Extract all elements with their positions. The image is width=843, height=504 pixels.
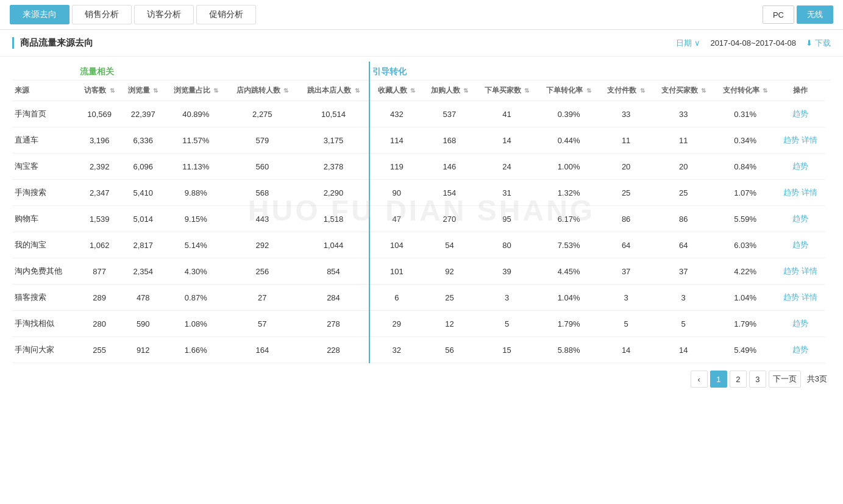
cell-operations: 趋势 <box>777 311 825 337</box>
op-link-趋势[interactable]: 趋势 <box>783 293 799 302</box>
page-1-button[interactable]: 1 <box>710 371 727 388</box>
cell-favorites: 119 <box>369 154 423 180</box>
cell-view-ratio: 1.66% <box>165 337 227 363</box>
sort-icon: ⇅ <box>410 87 415 94</box>
th-pay-buyers[interactable]: 支付买家数 ⇅ <box>652 80 714 101</box>
table-container: HUO FU DIAN SHANG 流量相关 引导转化 来源 访客数 ⇅ 浏览量… <box>0 57 843 363</box>
op-link-趋势[interactable]: 趋势 <box>792 345 808 354</box>
cell-add-cart: 270 <box>423 206 476 232</box>
page-header: 商品流量来源去向 日期 ∨ 2017-04-08~2017-04-08 ⬇ 下载 <box>0 30 843 57</box>
cell-operations: 趋势 详情 <box>777 127 825 154</box>
cell-views: 5,014 <box>121 206 165 232</box>
cell-pay-buyers: 11 <box>652 127 714 154</box>
table-row: 我的淘宝1,0622,8175.14%2921,04410454807.53%6… <box>12 232 831 258</box>
next-page-button[interactable]: 下一页 <box>769 371 801 388</box>
cell-operations: 趋势 <box>777 101 825 127</box>
th-views[interactable]: 浏览量 ⇅ <box>121 80 165 101</box>
cell-favorites: 29 <box>369 311 423 337</box>
cell-pay-buyers: 14 <box>652 337 714 363</box>
cell-views: 478 <box>121 285 165 311</box>
download-icon: ⬇ <box>806 38 813 48</box>
column-header-row: 来源 访客数 ⇅ 浏览量 ⇅ 浏览量占比 ⇅ 店内跳转人数 ⇅ <box>12 80 831 101</box>
th-order-rate[interactable]: 下单转化率 ⇅ <box>538 80 600 101</box>
download-button[interactable]: ⬇ 下载 <box>806 38 831 49</box>
cell-pay-count: 11 <box>600 127 653 154</box>
cell-source: 淘宝客 <box>12 154 77 180</box>
th-view-ratio[interactable]: 浏览量占比 ⇅ <box>165 80 227 101</box>
sort-icon: ⇅ <box>110 87 115 94</box>
op-link-详情[interactable]: 详情 <box>802 266 817 275</box>
cell-view-ratio: 1.08% <box>165 311 227 337</box>
cell-pay-rate: 5.59% <box>714 206 777 232</box>
th-in-store[interactable]: 店内跳转人数 ⇅ <box>227 80 298 101</box>
nav-tab-促销分析[interactable]: 促销分析 <box>196 5 256 24</box>
pagination: ‹ 1 2 3 下一页 共3页 <box>0 363 843 395</box>
cell-views: 912 <box>121 337 165 363</box>
op-link-趋势[interactable]: 趋势 <box>783 188 799 197</box>
cell-order-buyers: 14 <box>476 127 538 154</box>
nav-tab-访客分析[interactable]: 访客分析 <box>134 5 194 24</box>
cell-operations: 趋势 详情 <box>777 258 825 285</box>
cell-visitors: 877 <box>77 258 121 285</box>
cell-view-ratio: 4.30% <box>165 258 227 285</box>
cell-add-cart: 146 <box>423 154 476 180</box>
cell-pay-rate: 1.07% <box>714 180 777 206</box>
op-link-趋势[interactable]: 趋势 <box>783 135 799 144</box>
cell-source: 手淘首页 <box>12 101 77 127</box>
cell-pay-count: 20 <box>600 154 653 180</box>
op-link-详情[interactable]: 详情 <box>802 188 817 197</box>
cell-in-store: 579 <box>227 127 298 154</box>
sort-icon: ⇅ <box>640 87 645 94</box>
th-visitors[interactable]: 访客数 ⇅ <box>77 80 121 101</box>
th-order-buyers[interactable]: 下单买家数 ⇅ <box>476 80 538 101</box>
nav-tab-来源去向[interactable]: 来源去向 <box>10 5 69 24</box>
cell-out-store: 284 <box>298 285 370 311</box>
prev-page-button[interactable]: ‹ <box>691 371 708 388</box>
cell-out-store: 1,518 <box>298 206 370 232</box>
cell-in-store: 57 <box>227 311 298 337</box>
th-add-cart[interactable]: 加购人数 ⇅ <box>423 80 476 101</box>
op-link-趋势[interactable]: 趋势 <box>792 319 808 328</box>
op-link-详情[interactable]: 详情 <box>802 135 817 144</box>
cell-order-rate: 0.44% <box>538 127 600 154</box>
cell-order-buyers: 41 <box>476 101 538 127</box>
main-nav-tabs: 来源去向销售分析访客分析促销分析 <box>10 5 256 24</box>
date-picker[interactable]: 日期 ∨ <box>676 38 700 49</box>
cell-order-rate: 1.00% <box>538 154 600 180</box>
op-link-趋势[interactable]: 趋势 <box>792 240 808 249</box>
cell-favorites: 101 <box>369 258 423 285</box>
cell-order-rate: 4.45% <box>538 258 600 285</box>
page-3-button[interactable]: 3 <box>749 371 766 388</box>
cell-in-store: 27 <box>227 285 298 311</box>
th-pay-count[interactable]: 支付件数 ⇅ <box>600 80 653 101</box>
th-favorites[interactable]: 收藏人数 ⇅ <box>369 80 423 101</box>
cell-pay-buyers: 33 <box>652 101 714 127</box>
page-2-button[interactable]: 2 <box>730 371 747 388</box>
cell-visitors: 289 <box>77 285 121 311</box>
date-label: 日期 <box>676 38 692 49</box>
sort-icon: ⇅ <box>355 87 360 94</box>
sort-icon: ⇅ <box>463 87 468 94</box>
cell-source: 直通车 <box>12 127 77 154</box>
device-btn-无线[interactable]: 无线 <box>797 5 833 24</box>
th-out-store[interactable]: 跳出本店人数 ⇅ <box>298 80 370 101</box>
table-row: 手淘找相似2805901.08%57278291251.79%551.79%趋势 <box>12 311 831 337</box>
device-btn-PC[interactable]: PC <box>763 5 794 24</box>
cell-views: 2,354 <box>121 258 165 285</box>
table-row: 购物车1,5395,0149.15%4431,51847270956.17%86… <box>12 206 831 232</box>
cell-visitors: 255 <box>77 337 121 363</box>
source-col-header <box>12 62 77 80</box>
cell-visitors: 1,539 <box>77 206 121 232</box>
op-link-趋势[interactable]: 趋势 <box>792 214 808 223</box>
op-link-详情[interactable]: 详情 <box>802 293 817 302</box>
th-pay-rate[interactable]: 支付转化率 ⇅ <box>714 80 777 101</box>
cell-view-ratio: 5.14% <box>165 232 227 258</box>
cell-operations: 趋势 <box>777 154 825 180</box>
op-link-趋势[interactable]: 趋势 <box>792 109 808 118</box>
op-link-趋势[interactable]: 趋势 <box>783 266 799 275</box>
cell-pay-rate: 0.84% <box>714 154 777 180</box>
cell-operations: 趋势 <box>777 337 825 363</box>
op-link-趋势[interactable]: 趋势 <box>792 161 808 171</box>
data-table: 流量相关 引导转化 来源 访客数 ⇅ 浏览量 ⇅ 浏览量占比 ⇅ <box>12 62 831 363</box>
nav-tab-销售分析[interactable]: 销售分析 <box>72 5 132 24</box>
